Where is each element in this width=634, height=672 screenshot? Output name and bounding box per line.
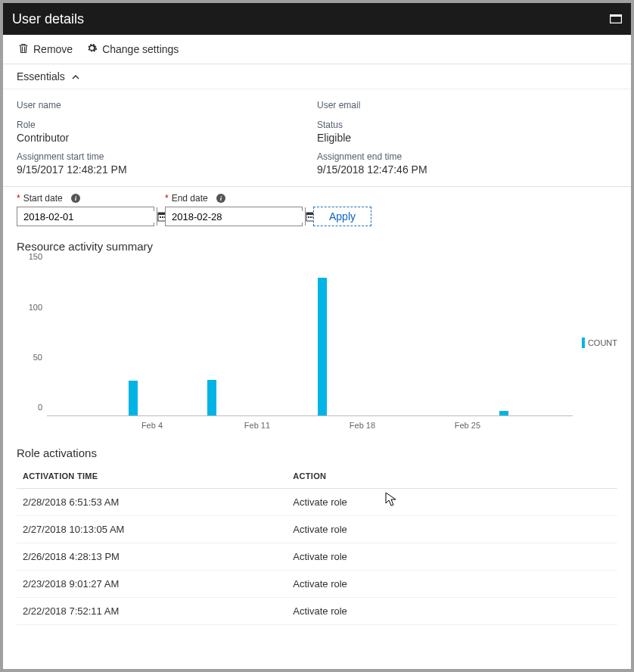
svg-rect-9 (308, 216, 309, 218)
x-tick: Feb 25 (455, 421, 480, 430)
table-row[interactable]: 2/27/2018 10:13:05 AMActivate role (17, 516, 617, 543)
cell-activation-time: 2/26/2018 4:28:13 PM (17, 543, 287, 571)
cell-activation-time: 2/23/2018 9:01:27 AM (17, 571, 287, 598)
cell-activation-time: 2/22/2018 7:52:11 AM (17, 598, 287, 625)
end-date-field[interactable] (166, 211, 305, 222)
cell-action: Activate role (287, 598, 617, 625)
info-icon[interactable]: i (71, 194, 80, 203)
gear-icon (86, 42, 98, 56)
assignment-end-label: Assignment end time (317, 151, 617, 162)
table-row[interactable]: 2/26/2018 4:28:13 PMActivate role (17, 543, 617, 571)
legend-swatch (582, 338, 585, 348)
cell-action: Activate role (287, 571, 617, 598)
info-icon[interactable]: i (216, 194, 225, 203)
start-date-field[interactable] (17, 211, 157, 222)
page-title: User details (12, 11, 84, 27)
x-tick: Feb 18 (350, 421, 375, 430)
titlebar: User details (3, 3, 631, 35)
start-date-label: Start date (23, 193, 63, 204)
svg-rect-5 (162, 216, 163, 218)
table-row[interactable]: 2/22/2018 7:52:11 AMActivate role (17, 598, 617, 625)
cell-activation-time: 2/27/2018 10:13:05 AM (17, 516, 287, 543)
date-filter-row: *Start date i *End date i Apply (3, 187, 631, 234)
trash-icon (18, 43, 29, 56)
user-name-label: User name (17, 100, 317, 110)
status-label: Status (317, 120, 617, 130)
y-tick: 150 (29, 252, 42, 261)
essentials-label: Essentials (17, 70, 65, 82)
col-activation-time[interactable]: ACTIVATION TIME (17, 464, 287, 489)
assignment-end-value: 9/15/2018 12:47:46 PM (317, 163, 617, 176)
cell-activation-time: 2/28/2018 6:51:53 AM (17, 489, 287, 516)
svg-rect-10 (310, 216, 312, 218)
chart-bar[interactable] (499, 411, 508, 415)
chart-bar[interactable] (207, 380, 216, 415)
status-value: Eligible (317, 132, 617, 144)
toolbar: Remove Change settings (3, 35, 631, 64)
chart-bar[interactable] (318, 278, 327, 415)
x-tick: Feb 11 (244, 421, 270, 430)
table-row[interactable]: 2/28/2018 6:51:53 AMActivate role (17, 489, 617, 516)
user-details-panel: User details Remove Change settings Esse… (0, 0, 634, 672)
col-action[interactable]: ACTION (287, 464, 617, 489)
cell-action: Activate role (287, 489, 617, 516)
svg-rect-1 (610, 14, 622, 17)
assignment-start-label: Assignment start time (17, 151, 317, 162)
apply-button[interactable]: Apply (313, 207, 371, 226)
y-tick: 50 (33, 353, 42, 362)
end-date-label: End date (172, 193, 208, 204)
chart-legend: COUNT (582, 256, 617, 430)
cell-action: Activate role (287, 516, 617, 543)
remove-label: Remove (33, 43, 73, 55)
end-date-input[interactable] (165, 207, 303, 226)
summary-title: Resource activity summary (3, 234, 631, 256)
resource-activity-chart: 050100150 Feb 4Feb 11Feb 18Feb 25 COUNT (3, 256, 631, 433)
user-email-label: User email (317, 100, 617, 110)
y-tick: 0 (38, 403, 42, 412)
assignment-start-value: 9/15/2017 12:48:21 PM (17, 163, 317, 176)
chart-bar[interactable] (129, 381, 138, 415)
role-activations-table: ACTIVATION TIME ACTION 2/28/2018 6:51:53… (17, 464, 617, 625)
change-settings-button[interactable]: Change settings (86, 42, 179, 56)
y-tick: 100 (29, 303, 42, 312)
chevron-up-icon (71, 70, 80, 82)
x-tick: Feb 4 (141, 421, 163, 430)
remove-button[interactable]: Remove (18, 43, 73, 56)
table-row[interactable]: 2/23/2018 9:01:27 AMActivate role (17, 571, 617, 598)
cursor-icon (385, 492, 397, 507)
legend-label: COUNT (588, 338, 617, 347)
maximize-icon[interactable] (610, 14, 622, 23)
change-settings-label: Change settings (102, 43, 179, 55)
role-activations-title: Role activations (3, 433, 631, 464)
role-label: Role (17, 120, 317, 130)
essentials-body: User name Role Contributor Assignment st… (3, 89, 631, 187)
svg-rect-4 (160, 216, 161, 218)
role-value: Contributor (17, 132, 317, 144)
essentials-toggle[interactable]: Essentials (3, 64, 631, 89)
start-date-input[interactable] (17, 207, 154, 226)
cell-action: Activate role (287, 543, 617, 571)
